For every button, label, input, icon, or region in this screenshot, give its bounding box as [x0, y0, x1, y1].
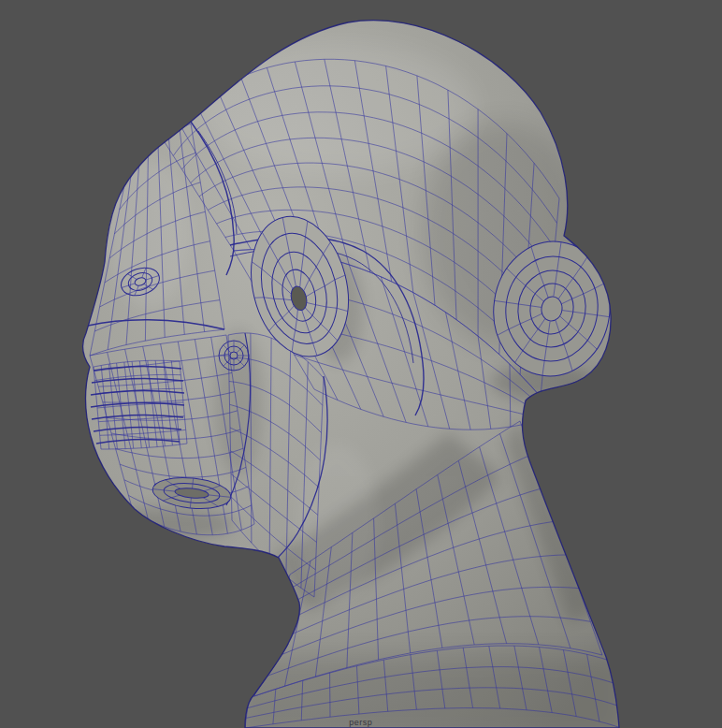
- 3d-viewport[interactable]: persp: [0, 0, 722, 728]
- camera-label: persp: [349, 718, 372, 727]
- head-model-canvas[interactable]: [0, 0, 722, 728]
